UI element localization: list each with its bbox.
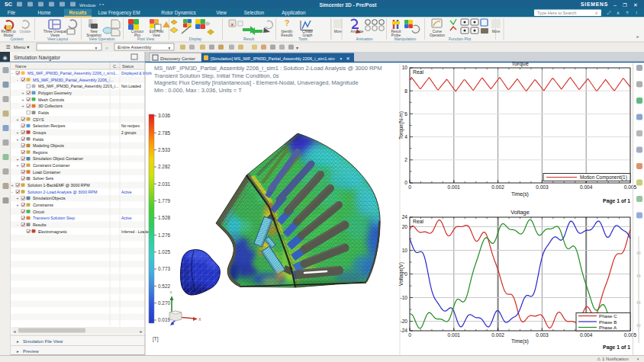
svg-text:More: More <box>334 30 343 34</box>
svg-text:-: - <box>17 223 18 227</box>
svg-text:Transient Solution Step, Initi: Transient Solution Step, Initial Time Co… <box>154 72 279 79</box>
svg-text:Selection: Selection <box>244 10 265 15</box>
svg-text:Motion Component(1): Motion Component(1) <box>580 175 627 181</box>
svg-text:SC: SC <box>5 2 12 7</box>
svg-text:2: 2 <box>404 157 407 162</box>
svg-text:Not Loaded: Not Loaded <box>121 84 141 88</box>
svg-text:Probe: Probe <box>391 34 401 37</box>
svg-text:Entire Assembly: Entire Assembly <box>118 44 152 50</box>
svg-text:Home: Home <box>37 10 50 15</box>
svg-text:Constraints: Constraints <box>33 203 53 207</box>
svg-text:Groups: Groups <box>33 130 47 135</box>
svg-text:⌕: ⌕ <box>105 45 108 50</box>
svg-text:Animate: Animate <box>351 30 364 34</box>
svg-text:Page 1 of 1: Page 1 of 1 <box>603 198 630 204</box>
svg-text:3D Collectors: 3D Collectors <box>38 104 63 108</box>
svg-text:Fields: Fields <box>33 137 43 142</box>
svg-text:Operation: Operation <box>430 34 446 37</box>
svg-text:Results: Results <box>281 34 293 37</box>
svg-text:CSYS: CSYS <box>33 117 44 122</box>
svg-text:C...: C... <box>113 64 119 69</box>
svg-text:Window: Window <box>79 3 96 8</box>
svg-text:Snapshot: Snapshot <box>86 34 101 37</box>
svg-text:1.779: 1.779 <box>158 198 170 203</box>
svg-text:Time(s): Time(s) <box>511 338 529 344</box>
svg-text:0.004: 0.004 <box>580 184 593 190</box>
svg-text:✕: ✕ <box>346 56 349 61</box>
svg-text:Simulation Object Container: Simulation Object Container <box>33 156 83 161</box>
svg-text:Phase B: Phase B <box>599 319 617 325</box>
svg-text:4: 4 <box>404 134 407 139</box>
svg-text:+: + <box>16 203 19 207</box>
svg-text:SimulationObjects: SimulationObjects <box>33 196 66 200</box>
svg-text:⤢: ⤢ <box>607 11 611 15</box>
svg-text:✕: ✕ <box>633 2 638 8</box>
svg-text:0.003: 0.003 <box>536 332 549 338</box>
svg-text:▸: ▸ <box>17 339 19 344</box>
svg-text:?: ? <box>285 18 290 27</box>
svg-text:0.270: 0.270 <box>158 300 170 306</box>
svg-text:0.002: 0.002 <box>491 184 504 190</box>
svg-text:▸: ▸ <box>636 34 639 39</box>
svg-text:0.003: 0.003 <box>536 184 549 190</box>
svg-text:[Simulation] MS_IWF_IPM3D_Part: [Simulation] MS_IWF_IPM3D_Partial_Assemb… <box>211 56 335 61</box>
svg-text:❐: ❐ <box>623 3 627 8</box>
svg-text:Plot: Plot <box>134 34 141 37</box>
svg-text:-24: -24 <box>400 328 407 333</box>
svg-text:Animation: Animation <box>356 37 372 41</box>
svg-text:10: 10 <box>402 248 408 253</box>
svg-text:0: 0 <box>408 184 411 190</box>
svg-text:View: View <box>153 34 161 37</box>
svg-text:Type Here to Search: Type Here to Search <box>537 11 576 15</box>
svg-text:2.533: 2.533 <box>158 147 170 152</box>
svg-text:⚠ 1 Notification: ⚠ 1 Notification <box>597 357 629 361</box>
svg-text:►: ► <box>140 329 143 334</box>
svg-text:Display: Display <box>189 37 202 41</box>
svg-text:0.002: 0.002 <box>491 332 504 338</box>
svg-text:3.036: 3.036 <box>158 113 170 118</box>
svg-text:MS_IWF_IPM3D_Partial_Assembly: MS_IWF_IPM3D_Partial_Assembly 2206_i_sim… <box>27 71 119 75</box>
svg-text:0.001: 0.001 <box>448 332 461 338</box>
svg-text:Displayed & Work: Displayed & Work <box>121 71 152 75</box>
svg-text:Fields: Fields <box>38 111 49 115</box>
svg-text:Torque(N-m): Torque(N-m) <box>398 111 404 139</box>
svg-text:Solver Sets: Solver Sets <box>33 176 53 181</box>
svg-text:Mesh Controls: Mesh Controls <box>38 98 64 102</box>
svg-text:View: View <box>216 10 227 15</box>
svg-text:10: 10 <box>402 65 408 70</box>
svg-text:Name: Name <box>15 64 26 69</box>
svg-text:0: 0 <box>404 271 407 277</box>
svg-text:+: + <box>16 117 19 122</box>
svg-text:Views: Views <box>50 34 60 37</box>
svg-text:MS_IWF_IPM3D_Partial_Assembly: MS_IWF_IPM3D_Partial_Assembly 2206_i... <box>38 84 118 88</box>
svg-text:1.528: 1.528 <box>158 215 170 220</box>
svg-text:0.004: 0.004 <box>580 332 593 338</box>
svg-text:▾: ▾ <box>340 56 343 61</box>
svg-text:+: + <box>16 130 19 135</box>
svg-text:+: + <box>11 183 14 187</box>
svg-text:2.785: 2.785 <box>158 130 170 136</box>
svg-text:Selection Recipes: Selection Recipes <box>33 123 66 128</box>
svg-text:-10: -10 <box>400 295 407 300</box>
svg-text:Load Container: Load Container <box>33 170 60 175</box>
svg-text:+: + <box>16 137 19 142</box>
svg-text:1.276: 1.276 <box>158 232 170 238</box>
svg-text:24: 24 <box>402 214 408 219</box>
svg-text:Simcenter 3D - Pre/Post: Simcenter 3D - Pre/Post <box>320 2 378 8</box>
svg-text:Simulation Navigator: Simulation Navigator <box>14 55 61 61</box>
svg-text:Real: Real <box>413 219 423 224</box>
svg-text:–: – <box>613 2 617 8</box>
svg-text:Solution 2-Load Analysis @ 300: Solution 2-Load Analysis @ 3000 RPM <box>27 190 97 194</box>
svg-text:Active: Active <box>121 190 132 194</box>
svg-text:Voltage(V): Voltage(V) <box>398 262 404 286</box>
svg-text:Inferred - Loaded: Inferred - Loaded <box>121 229 151 234</box>
svg-text:0.773: 0.773 <box>158 266 170 271</box>
svg-text:∧: ∧ <box>617 11 620 15</box>
svg-text:Real: Real <box>413 69 423 75</box>
svg-text:1.025: 1.025 <box>158 249 170 255</box>
svg-text:Circuit: Circuit <box>33 210 45 214</box>
svg-text:▾: ▾ <box>95 46 98 50</box>
svg-text:SIEMENS: SIEMENS <box>581 2 608 7</box>
svg-text:0.005: 0.005 <box>624 332 637 338</box>
svg-text:0.001: 0.001 <box>448 184 461 190</box>
